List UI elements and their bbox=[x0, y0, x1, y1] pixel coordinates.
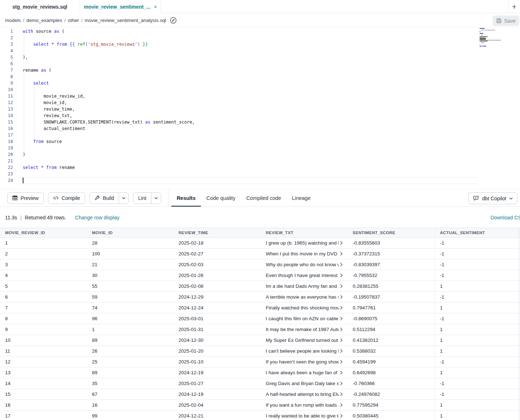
cell-actual_sentiment: 1 bbox=[435, 400, 520, 410]
code-line[interactable]: 2 bbox=[0, 35, 520, 41]
expand-cell-chevron-icon[interactable] bbox=[340, 327, 343, 331]
indent-guide bbox=[34, 86, 35, 138]
expand-cell-chevron-icon[interactable] bbox=[340, 306, 343, 310]
build-button[interactable]: Build bbox=[90, 193, 119, 204]
cell-sentiment_score: -0.83555603 bbox=[348, 238, 435, 248]
cell-sentiment_score: 0.41382012 bbox=[348, 335, 435, 345]
download-csv-link[interactable]: Download CSV bbox=[490, 215, 520, 220]
result-tab-results[interactable]: Results bbox=[171, 189, 201, 207]
code-editor[interactable]: 1with source as (23 select * from {{ ref… bbox=[0, 27, 520, 189]
code-line[interactable]: 3 select * from {{ ref('stg_movie_review… bbox=[0, 41, 520, 48]
chevron-down-icon bbox=[122, 197, 125, 199]
code-line[interactable]: 12 movie_id, bbox=[0, 99, 520, 106]
code-line[interactable]: 19 bbox=[0, 145, 520, 151]
expand-cell-chevron-icon[interactable] bbox=[340, 392, 343, 396]
code-line[interactable]: 21 bbox=[0, 158, 520, 164]
cell-review_time: 2025-02-03 bbox=[173, 259, 261, 270]
expand-cell-chevron-icon[interactable] bbox=[340, 273, 343, 277]
code-line[interactable]: 9 select bbox=[0, 80, 520, 86]
preview-button[interactable]: Preview bbox=[7, 192, 44, 204]
table-row: 8962025-03-01I caught this film on AZN o… bbox=[0, 313, 520, 324]
code-text: ) bbox=[16, 151, 25, 158]
code-line[interactable]: 20) bbox=[0, 151, 520, 158]
code-line[interactable]: 23 bbox=[0, 171, 520, 177]
cell-movie_review_id: 6 bbox=[0, 292, 87, 302]
code-line[interactable]: 5), bbox=[0, 54, 520, 61]
code-line[interactable]: 8 bbox=[0, 73, 520, 80]
code-line[interactable]: 11 movie_review_id, bbox=[0, 93, 520, 99]
expand-cell-chevron-icon[interactable] bbox=[340, 317, 343, 321]
build-dropdown-button[interactable] bbox=[119, 193, 128, 204]
lint-button[interactable]: Lint bbox=[133, 193, 151, 204]
code-line[interactable]: 10 bbox=[0, 86, 520, 93]
cell-movie_review_id: 5 bbox=[0, 281, 87, 291]
expand-cell-chevron-icon[interactable] bbox=[340, 403, 343, 407]
plus-icon: + bbox=[512, 3, 516, 11]
copilot-compass-icon[interactable] bbox=[170, 17, 177, 24]
line-number: 3 bbox=[0, 41, 16, 48]
code-text: select * from rename bbox=[16, 164, 75, 171]
code-text bbox=[16, 48, 23, 54]
result-tab-compiled-code[interactable]: Compiled code bbox=[241, 189, 287, 207]
cell-actual_sentiment: -1 bbox=[435, 270, 520, 281]
result-tab-lineage[interactable]: Lineage bbox=[287, 189, 316, 207]
result-tab-code-quality[interactable]: Code quality bbox=[201, 189, 241, 207]
cell-movie_id: 21 bbox=[87, 259, 173, 270]
cell-review_time: 2025-01-27 bbox=[173, 378, 261, 389]
lint-dropdown-button[interactable] bbox=[151, 193, 161, 204]
code-line[interactable]: 15 SNOWFLAKE.CORTEX.SENTIMENT(review_txt… bbox=[0, 119, 520, 125]
cell-actual_sentiment: 1 bbox=[435, 303, 520, 313]
table-row: 912025-01-31It may be the remake of 1987… bbox=[0, 324, 520, 335]
code-text: SNOWFLAKE.CORTEX.SENTIMENT(review_txt) a… bbox=[16, 119, 195, 125]
expand-cell-chevron-icon[interactable] bbox=[340, 381, 343, 385]
indent-guide bbox=[24, 61, 24, 67]
table-row: 13892024-12-19I have always been a huge … bbox=[0, 367, 520, 378]
new-tab-button[interactable]: + bbox=[508, 0, 520, 13]
code-line[interactable]: 7rename as ( bbox=[0, 67, 520, 73]
tab-movie-review-sentiment-analysis[interactable]: movie_review_sentiment_... × bbox=[80, 0, 161, 14]
expand-cell-chevron-icon[interactable] bbox=[340, 349, 343, 353]
column-header-movie_id: MOVIE_ID bbox=[87, 228, 173, 237]
tab-label: movie_review_sentiment_... bbox=[84, 4, 151, 10]
expand-cell-chevron-icon[interactable] bbox=[340, 263, 343, 267]
expand-cell-chevron-icon[interactable] bbox=[340, 360, 343, 364]
dbt-copilot-button[interactable]: dbt Copilot bbox=[468, 192, 517, 204]
cell-sentiment_score: -0.760366 bbox=[348, 378, 435, 389]
table-edge-line bbox=[519, 228, 519, 420]
expand-cell-chevron-icon[interactable] bbox=[340, 252, 343, 256]
compile-button[interactable]: Compile bbox=[48, 192, 85, 204]
line-number: 9 bbox=[0, 80, 16, 86]
chevron-down-icon bbox=[154, 197, 158, 199]
change-row-display-link[interactable]: Change row display bbox=[75, 215, 119, 220]
expand-cell-chevron-icon[interactable] bbox=[340, 241, 343, 245]
code-text bbox=[16, 86, 23, 93]
copilot-label: dbt Copilot bbox=[482, 196, 506, 201]
code-line[interactable]: 16 actual_sentiment bbox=[0, 125, 520, 132]
code-line[interactable]: 1with source as ( bbox=[0, 28, 520, 35]
cell-actual_sentiment: -1 bbox=[435, 389, 520, 399]
close-icon[interactable]: × bbox=[154, 4, 157, 9]
minimap[interactable] bbox=[480, 28, 504, 48]
cell-review_time: 2025-01-26 bbox=[173, 270, 261, 281]
code-line[interactable]: 17 bbox=[0, 132, 520, 138]
code-line[interactable]: 4 bbox=[0, 48, 520, 54]
code-line[interactable]: 14 review_txt, bbox=[0, 112, 520, 119]
wrench-icon bbox=[94, 195, 100, 201]
expand-cell-chevron-icon[interactable] bbox=[340, 414, 343, 418]
code-line[interactable]: 24 bbox=[0, 177, 520, 184]
save-button[interactable]: Save bbox=[493, 15, 519, 26]
expand-cell-chevron-icon[interactable] bbox=[340, 295, 343, 299]
cell-movie_id: 1 bbox=[87, 324, 173, 335]
code-text bbox=[16, 73, 23, 80]
code-line[interactable]: 13 review_time, bbox=[0, 106, 520, 112]
expand-cell-chevron-icon[interactable] bbox=[340, 284, 343, 288]
expand-cell-chevron-icon[interactable] bbox=[340, 371, 343, 375]
code-line[interactable]: 18 from source bbox=[0, 138, 520, 145]
code-text: ), bbox=[16, 54, 28, 61]
code-line[interactable]: 6 bbox=[0, 61, 520, 67]
expand-cell-chevron-icon[interactable] bbox=[340, 338, 343, 342]
code-line[interactable]: 22select * from rename bbox=[0, 164, 520, 171]
line-number: 4 bbox=[0, 48, 16, 54]
cell-movie_review_id: 8 bbox=[0, 313, 87, 324]
tab-stg-movie-reviews[interactable]: stg_movie_reviews.sql bbox=[0, 0, 80, 13]
